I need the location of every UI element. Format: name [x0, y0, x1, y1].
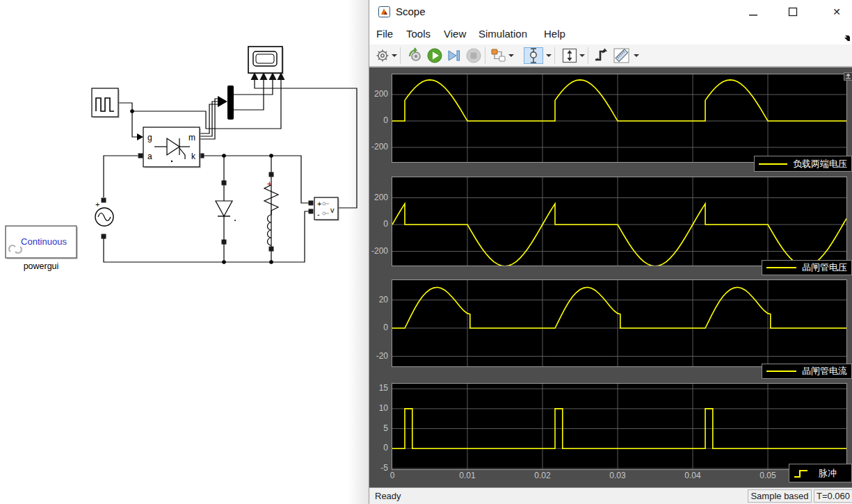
inductor-icon [268, 215, 271, 245]
vm-minus: - [317, 210, 320, 218]
y-tick-label: -20 [364, 351, 388, 361]
source-plus-sign: + [95, 200, 99, 209]
cursor-measurements-icon[interactable] [524, 47, 543, 64]
x-tick-label: 0 [378, 471, 406, 480]
thyristor-block[interactable]: g m a k [143, 127, 201, 168]
y-tick-label: -200 [364, 246, 388, 256]
legend-thyristor-voltage[interactable]: 晶闸管电压 [762, 260, 852, 275]
trigger-icon[interactable] [593, 47, 610, 64]
legend-label: 晶闸管电压 [802, 261, 847, 274]
legend-label: 脉冲 [819, 467, 837, 480]
legend-line-sample [766, 371, 796, 372]
demux-block[interactable] [227, 86, 234, 120]
vm-plus: + [317, 200, 321, 208]
legend-step-icon [794, 468, 812, 479]
signal-selector-icon[interactable] [490, 47, 507, 64]
x-tick-label: 0.03 [604, 471, 632, 480]
toolbar [369, 44, 852, 67]
y-tick-label: 0 [364, 323, 388, 332]
measurements-ruler-icon[interactable] [613, 47, 631, 64]
scope-app-icon [378, 6, 390, 17]
y-tick-label: 10 [364, 403, 388, 413]
panel-expand-icon[interactable] [844, 72, 852, 81]
legend-line-sample [759, 163, 787, 165]
powergui-label: powergui [24, 261, 59, 271]
y-tick-label: 0 [364, 115, 388, 125]
update-diagram-icon[interactable] [407, 47, 424, 64]
voltage-measurement-block[interactable]: + - v [314, 197, 339, 221]
signal-selector-caret[interactable] [508, 54, 514, 57]
plots-region: 2000-2002000-200200-20151050-500.010.020… [369, 67, 852, 487]
span-icon[interactable] [561, 47, 578, 64]
waveform-thyristor_current [392, 287, 846, 328]
y-tick-label: 15 [364, 383, 388, 393]
x-tick-label: 0.02 [529, 471, 556, 480]
y-tick-label: -200 [364, 142, 388, 152]
powergui-block[interactable]: Continuous powergui [6, 226, 78, 271]
plot-axes-2[interactable] [392, 280, 846, 366]
vm-v-label: v [330, 206, 335, 214]
y-tick-label: 20 [364, 295, 388, 304]
waveform-load_voltage [392, 80, 846, 121]
measurements-caret[interactable] [634, 54, 639, 57]
plot-axes-1[interactable] [392, 177, 846, 266]
run-icon[interactable] [426, 47, 443, 64]
statusbar: Ready Sample based T=0.060 [369, 487, 852, 504]
powergui-continuous-text: Continuous [21, 236, 67, 247]
x-tick-label: 0.05 [754, 471, 782, 480]
menu-simulation[interactable]: Simulation [479, 28, 527, 40]
status-sample-mode: Sample based [748, 489, 812, 503]
menu-tools[interactable]: Tools [406, 28, 431, 40]
titlebar: Scope ✕ [369, 0, 852, 24]
step-forward-icon[interactable] [446, 47, 463, 64]
menu-view[interactable]: View [444, 28, 466, 40]
menubar-overflow-arrow[interactable] [844, 35, 851, 42]
menu-file[interactable]: File [376, 28, 393, 40]
settings-gear-icon[interactable] [375, 47, 390, 64]
status-sim-time: T=0.060 [814, 489, 852, 503]
x-tick-label: 0.01 [453, 471, 481, 480]
pulse-generator-block[interactable] [92, 88, 120, 118]
close-button[interactable]: ✕ [828, 6, 846, 18]
settings-dropdown-caret[interactable] [392, 54, 397, 57]
legend-pulse[interactable]: 脉冲 [789, 464, 852, 482]
legend-thyristor-current[interactable]: 晶闸管电流 [762, 364, 852, 379]
demux-input-arrow [218, 96, 227, 107]
plot-axes-3[interactable] [392, 384, 846, 469]
y-tick-label: 0 [364, 219, 388, 229]
diode-symbol-icon [216, 201, 232, 216]
y-tick-label: 5 [364, 423, 388, 433]
scope-block[interactable] [248, 47, 285, 80]
thyristor-port-k: k [191, 152, 196, 161]
plot-axes-0[interactable] [392, 74, 846, 162]
diode-block[interactable] [216, 201, 236, 221]
scope-window: Scope ✕ File Tools View Simulation Help [369, 0, 852, 504]
waveform-thyristor_voltage [392, 204, 846, 266]
thyristor-port-m: m [188, 133, 195, 143]
status-ready: Ready [375, 491, 401, 501]
x-tick-label: 0.04 [679, 471, 707, 480]
ac-voltage-source-block[interactable]: + [95, 200, 113, 226]
minimize-button[interactable] [748, 6, 766, 18]
gate-wire-arrow [137, 133, 143, 140]
y-tick-label: 200 [364, 193, 388, 202]
legend-line-sample [766, 267, 796, 268]
cursor-measurements-caret[interactable] [546, 54, 552, 57]
maximize-button[interactable] [788, 6, 806, 18]
stop-icon[interactable] [465, 47, 482, 64]
menubar: File Tools View Simulation Help [369, 24, 852, 44]
y-tick-label: 200 [364, 89, 388, 99]
legend-load-voltage[interactable]: 负载两端电压 [754, 156, 852, 172]
simulink-canvas: g m a k + + + - v [0, 0, 369, 504]
thyristor-port-g: g [147, 133, 152, 143]
port-squares [102, 154, 314, 252]
span-caret[interactable] [579, 54, 585, 57]
thyristor-port-a: a [147, 152, 152, 161]
legend-label: 晶闸管电流 [802, 365, 847, 377]
window-title: Scope [396, 6, 426, 17]
legend-label: 负载两端电压 [793, 158, 847, 170]
rlc-plus-sign: + [267, 179, 272, 189]
y-tick-label: 0 [364, 443, 388, 453]
menu-help[interactable]: Help [544, 28, 565, 40]
